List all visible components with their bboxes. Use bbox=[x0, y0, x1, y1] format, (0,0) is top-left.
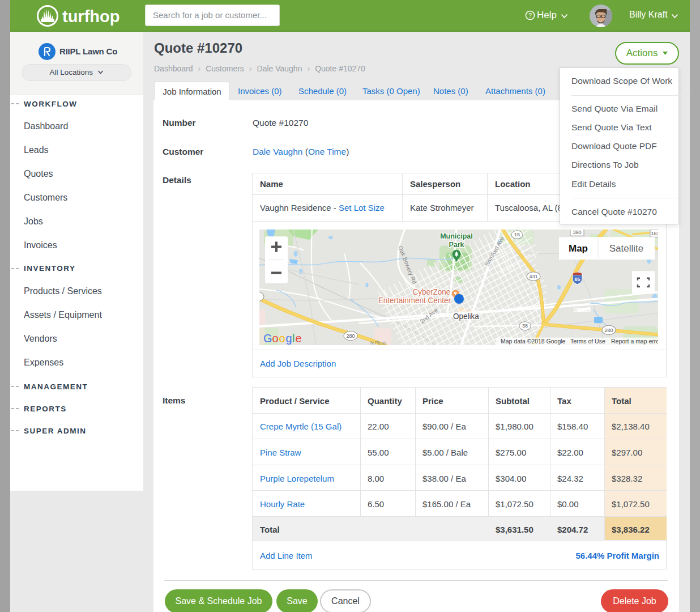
svg-text:Terms of Use: Terms of Use bbox=[570, 338, 605, 345]
svg-text:Opelika: Opelika bbox=[453, 312, 479, 321]
svg-text:Entertainment Center: Entertainment Center bbox=[378, 296, 451, 304]
svg-text:l: l bbox=[292, 332, 294, 345]
svg-text:o: o bbox=[279, 332, 285, 345]
svg-text:e: e bbox=[296, 332, 302, 345]
svg-text:Satellite: Satellite bbox=[609, 243, 643, 254]
svg-text:?: ? bbox=[528, 12, 532, 19]
svg-text:Map data ©2018 Google: Map data ©2018 Google bbox=[501, 338, 566, 345]
svg-text:G: G bbox=[263, 332, 272, 345]
svg-text:N Pleas: N Pleas bbox=[370, 341, 386, 345]
svg-text:431: 431 bbox=[529, 274, 537, 279]
svg-text:o: o bbox=[272, 332, 279, 345]
svg-text:280: 280 bbox=[346, 333, 355, 339]
svg-text:CyberZone: CyberZone bbox=[413, 288, 451, 296]
svg-text:38: 38 bbox=[522, 323, 528, 329]
svg-text:280: 280 bbox=[604, 327, 613, 333]
svg-text:Park: Park bbox=[449, 240, 464, 248]
svg-text:390: 390 bbox=[573, 230, 581, 235]
svg-text:Map: Map bbox=[569, 243, 588, 254]
svg-text:15: 15 bbox=[514, 232, 520, 237]
svg-text:161: 161 bbox=[651, 231, 658, 236]
svg-text:Municipal: Municipal bbox=[440, 232, 473, 240]
svg-text:g: g bbox=[286, 332, 292, 345]
svg-text:85: 85 bbox=[574, 277, 580, 282]
svg-text:Report a map error: Report a map error bbox=[611, 338, 658, 345]
